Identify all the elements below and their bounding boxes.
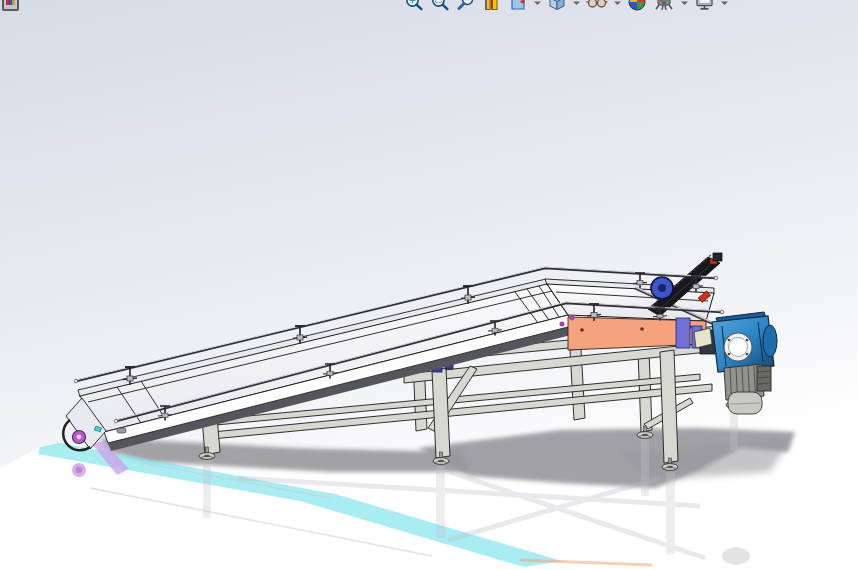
electric-motor <box>724 364 771 414</box>
view-settings-button[interactable] <box>692 0 717 12</box>
hide-show-items-button[interactable] <box>584 0 610 12</box>
heads-up-view-toolbar <box>402 0 730 13</box>
view-orientation-icon <box>547 0 567 12</box>
zoom-to-area-button[interactable] <box>428 0 452 12</box>
edit-appearance-icon <box>627 0 647 12</box>
annotation-views-dropdown[interactable] <box>532 0 543 13</box>
annotation-views-icon <box>508 0 528 12</box>
hide-show-items-dropdown[interactable] <box>612 0 623 13</box>
zoom-to-fit-button[interactable] <box>402 0 426 12</box>
graphics-viewport[interactable] <box>0 0 858 570</box>
zoom-to-fit-icon <box>404 0 424 12</box>
section-view-button[interactable] <box>480 0 504 12</box>
view-settings-icon <box>694 0 715 12</box>
model-canvas[interactable] <box>0 0 858 570</box>
previous-view-button[interactable] <box>454 0 478 12</box>
apply-scene-button[interactable] <box>651 0 677 12</box>
zoom-to-area-icon <box>430 0 450 12</box>
apply-scene-icon <box>653 0 675 12</box>
apply-scene-dropdown[interactable] <box>679 0 690 13</box>
section-view-icon <box>482 0 502 12</box>
previous-view-icon <box>456 0 476 12</box>
hide-show-items-icon <box>586 0 608 12</box>
edit-appearance-button[interactable] <box>625 0 649 12</box>
view-orientation-button[interactable] <box>545 0 569 12</box>
annotation-views-button[interactable] <box>506 0 530 12</box>
view-settings-dropdown[interactable] <box>719 0 730 13</box>
view-orientation-dropdown[interactable] <box>571 0 582 13</box>
horizontal-discharge-section <box>545 279 716 352</box>
